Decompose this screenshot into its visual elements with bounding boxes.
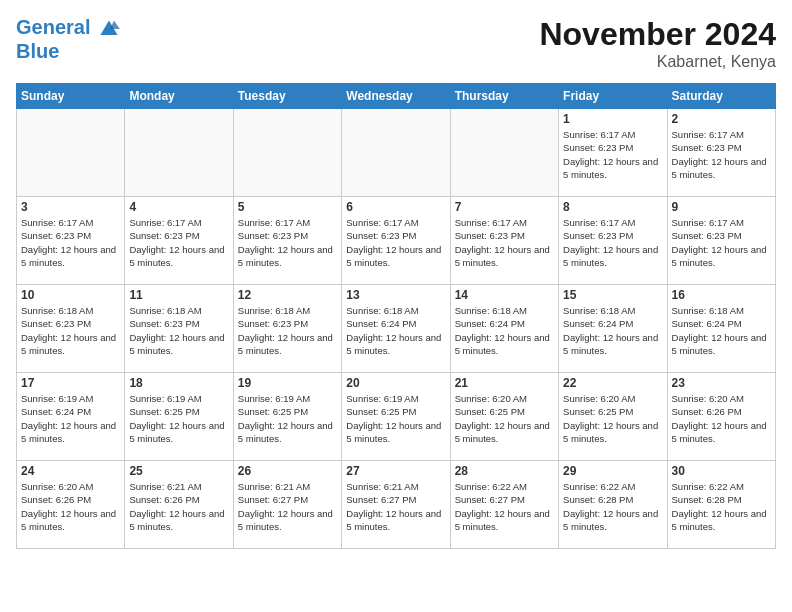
calendar-cell: 24Sunrise: 6:20 AMSunset: 6:26 PMDayligh…: [17, 461, 125, 549]
day-number: 21: [455, 376, 554, 390]
day-info: Sunrise: 6:18 AMSunset: 6:24 PMDaylight:…: [346, 304, 445, 357]
calendar-cell: 2Sunrise: 6:17 AMSunset: 6:23 PMDaylight…: [667, 109, 775, 197]
calendar-cell: 16Sunrise: 6:18 AMSunset: 6:24 PMDayligh…: [667, 285, 775, 373]
day-number: 4: [129, 200, 228, 214]
calendar-cell: 3Sunrise: 6:17 AMSunset: 6:23 PMDaylight…: [17, 197, 125, 285]
calendar-cell: 1Sunrise: 6:17 AMSunset: 6:23 PMDaylight…: [559, 109, 667, 197]
calendar-cell: 14Sunrise: 6:18 AMSunset: 6:24 PMDayligh…: [450, 285, 558, 373]
day-info: Sunrise: 6:18 AMSunset: 6:23 PMDaylight:…: [129, 304, 228, 357]
day-number: 23: [672, 376, 771, 390]
calendar-cell: 23Sunrise: 6:20 AMSunset: 6:26 PMDayligh…: [667, 373, 775, 461]
calendar-cell: 20Sunrise: 6:19 AMSunset: 6:25 PMDayligh…: [342, 373, 450, 461]
calendar-cell: 21Sunrise: 6:20 AMSunset: 6:25 PMDayligh…: [450, 373, 558, 461]
weekday-header-row: SundayMondayTuesdayWednesdayThursdayFrid…: [17, 84, 776, 109]
weekday-header-saturday: Saturday: [667, 84, 775, 109]
day-info: Sunrise: 6:17 AMSunset: 6:23 PMDaylight:…: [21, 216, 120, 269]
title-block: November 2024 Kabarnet, Kenya: [539, 16, 776, 71]
day-info: Sunrise: 6:20 AMSunset: 6:26 PMDaylight:…: [21, 480, 120, 533]
day-info: Sunrise: 6:17 AMSunset: 6:23 PMDaylight:…: [563, 216, 662, 269]
day-info: Sunrise: 6:19 AMSunset: 6:25 PMDaylight:…: [129, 392, 228, 445]
day-number: 7: [455, 200, 554, 214]
day-info: Sunrise: 6:21 AMSunset: 6:26 PMDaylight:…: [129, 480, 228, 533]
calendar-cell: 13Sunrise: 6:18 AMSunset: 6:24 PMDayligh…: [342, 285, 450, 373]
day-number: 16: [672, 288, 771, 302]
day-info: Sunrise: 6:20 AMSunset: 6:25 PMDaylight:…: [563, 392, 662, 445]
weekday-header-thursday: Thursday: [450, 84, 558, 109]
week-row-4: 24Sunrise: 6:20 AMSunset: 6:26 PMDayligh…: [17, 461, 776, 549]
day-info: Sunrise: 6:17 AMSunset: 6:23 PMDaylight:…: [455, 216, 554, 269]
calendar-cell: 11Sunrise: 6:18 AMSunset: 6:23 PMDayligh…: [125, 285, 233, 373]
calendar-cell: 8Sunrise: 6:17 AMSunset: 6:23 PMDaylight…: [559, 197, 667, 285]
day-number: 10: [21, 288, 120, 302]
day-number: 24: [21, 464, 120, 478]
day-number: 25: [129, 464, 228, 478]
calendar-cell: 25Sunrise: 6:21 AMSunset: 6:26 PMDayligh…: [125, 461, 233, 549]
day-info: Sunrise: 6:22 AMSunset: 6:28 PMDaylight:…: [672, 480, 771, 533]
day-number: 14: [455, 288, 554, 302]
day-info: Sunrise: 6:22 AMSunset: 6:27 PMDaylight:…: [455, 480, 554, 533]
weekday-header-sunday: Sunday: [17, 84, 125, 109]
calendar-cell: 5Sunrise: 6:17 AMSunset: 6:23 PMDaylight…: [233, 197, 341, 285]
day-number: 6: [346, 200, 445, 214]
calendar-cell: [125, 109, 233, 197]
day-info: Sunrise: 6:18 AMSunset: 6:23 PMDaylight:…: [21, 304, 120, 357]
calendar-cell: [233, 109, 341, 197]
day-info: Sunrise: 6:21 AMSunset: 6:27 PMDaylight:…: [238, 480, 337, 533]
day-number: 17: [21, 376, 120, 390]
day-info: Sunrise: 6:17 AMSunset: 6:23 PMDaylight:…: [129, 216, 228, 269]
calendar-cell: 28Sunrise: 6:22 AMSunset: 6:27 PMDayligh…: [450, 461, 558, 549]
calendar-cell: 26Sunrise: 6:21 AMSunset: 6:27 PMDayligh…: [233, 461, 341, 549]
calendar-cell: 15Sunrise: 6:18 AMSunset: 6:24 PMDayligh…: [559, 285, 667, 373]
calendar-cell: 27Sunrise: 6:21 AMSunset: 6:27 PMDayligh…: [342, 461, 450, 549]
week-row-2: 10Sunrise: 6:18 AMSunset: 6:23 PMDayligh…: [17, 285, 776, 373]
day-number: 22: [563, 376, 662, 390]
calendar-cell: [17, 109, 125, 197]
day-info: Sunrise: 6:18 AMSunset: 6:24 PMDaylight:…: [672, 304, 771, 357]
day-number: 8: [563, 200, 662, 214]
week-row-0: 1Sunrise: 6:17 AMSunset: 6:23 PMDaylight…: [17, 109, 776, 197]
day-number: 13: [346, 288, 445, 302]
day-info: Sunrise: 6:17 AMSunset: 6:23 PMDaylight:…: [672, 216, 771, 269]
weekday-header-tuesday: Tuesday: [233, 84, 341, 109]
calendar-table: SundayMondayTuesdayWednesdayThursdayFrid…: [16, 83, 776, 549]
day-number: 18: [129, 376, 228, 390]
week-row-1: 3Sunrise: 6:17 AMSunset: 6:23 PMDaylight…: [17, 197, 776, 285]
logo: General Blue: [16, 16, 120, 62]
weekday-header-monday: Monday: [125, 84, 233, 109]
day-number: 11: [129, 288, 228, 302]
calendar-cell: 6Sunrise: 6:17 AMSunset: 6:23 PMDaylight…: [342, 197, 450, 285]
day-info: Sunrise: 6:22 AMSunset: 6:28 PMDaylight:…: [563, 480, 662, 533]
day-info: Sunrise: 6:19 AMSunset: 6:25 PMDaylight:…: [346, 392, 445, 445]
weekday-header-friday: Friday: [559, 84, 667, 109]
weekday-header-wednesday: Wednesday: [342, 84, 450, 109]
day-info: Sunrise: 6:21 AMSunset: 6:27 PMDaylight:…: [346, 480, 445, 533]
day-number: 5: [238, 200, 337, 214]
calendar-cell: 30Sunrise: 6:22 AMSunset: 6:28 PMDayligh…: [667, 461, 775, 549]
day-number: 30: [672, 464, 771, 478]
calendar-cell: [450, 109, 558, 197]
day-number: 3: [21, 200, 120, 214]
day-number: 26: [238, 464, 337, 478]
calendar-cell: 10Sunrise: 6:18 AMSunset: 6:23 PMDayligh…: [17, 285, 125, 373]
calendar-cell: 4Sunrise: 6:17 AMSunset: 6:23 PMDaylight…: [125, 197, 233, 285]
day-number: 9: [672, 200, 771, 214]
page-header: General Blue November 2024 Kabarnet, Ken…: [16, 16, 776, 71]
month-title: November 2024: [539, 16, 776, 53]
day-info: Sunrise: 6:17 AMSunset: 6:23 PMDaylight:…: [672, 128, 771, 181]
svg-marker-1: [110, 20, 120, 29]
day-number: 12: [238, 288, 337, 302]
logo-icon: [98, 18, 120, 40]
day-number: 20: [346, 376, 445, 390]
location-title: Kabarnet, Kenya: [539, 53, 776, 71]
day-number: 27: [346, 464, 445, 478]
day-info: Sunrise: 6:19 AMSunset: 6:24 PMDaylight:…: [21, 392, 120, 445]
day-number: 1: [563, 112, 662, 126]
day-info: Sunrise: 6:17 AMSunset: 6:23 PMDaylight:…: [346, 216, 445, 269]
calendar-cell: [342, 109, 450, 197]
week-row-3: 17Sunrise: 6:19 AMSunset: 6:24 PMDayligh…: [17, 373, 776, 461]
day-info: Sunrise: 6:18 AMSunset: 6:24 PMDaylight:…: [563, 304, 662, 357]
day-info: Sunrise: 6:18 AMSunset: 6:23 PMDaylight:…: [238, 304, 337, 357]
day-info: Sunrise: 6:17 AMSunset: 6:23 PMDaylight:…: [238, 216, 337, 269]
day-info: Sunrise: 6:18 AMSunset: 6:24 PMDaylight:…: [455, 304, 554, 357]
calendar-cell: 12Sunrise: 6:18 AMSunset: 6:23 PMDayligh…: [233, 285, 341, 373]
